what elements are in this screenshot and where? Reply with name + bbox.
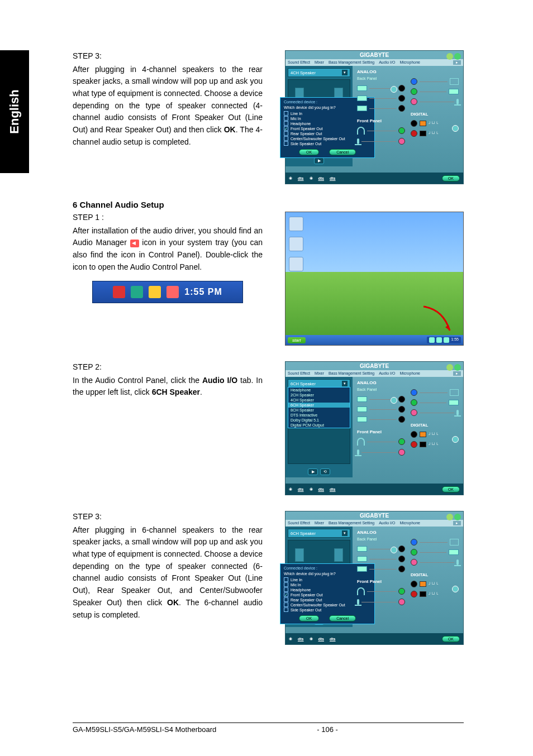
opt-dolby[interactable]: Dolby Digital 5.1: [288, 418, 350, 423]
tray-icon[interactable]: [113, 286, 125, 298]
gear-icon[interactable]: [391, 397, 397, 404]
analog-label: ANALOG: [357, 530, 405, 535]
tab-microphone[interactable]: Microphone: [399, 371, 420, 376]
audio-panel-dropdown-open: GIGABYTE Sound Effect Mixer Bass Managem…: [285, 361, 464, 495]
section-6ch-step2: STEP 2: In the Audio Control Panel, clic…: [73, 361, 464, 495]
opt-pcm[interactable]: Digital PCM Output: [288, 423, 350, 428]
tab-audio-io[interactable]: Audio I/O: [379, 371, 395, 376]
playback-controls: ▶: [288, 157, 350, 164]
opt-6ch[interactable]: 6CH Speaker: [288, 403, 350, 408]
tray-icon[interactable]: [444, 337, 449, 343]
gear-icon[interactable]: [452, 586, 459, 592]
start-button[interactable]: start: [288, 337, 306, 343]
mic-icon: [357, 449, 359, 455]
gear-icon[interactable]: [391, 547, 397, 553]
gear-icon[interactable]: [391, 86, 397, 93]
step-label: STEP 1 :: [73, 212, 263, 224]
help-icon[interactable]: [454, 514, 461, 520]
play-icon[interactable]: ▶: [314, 157, 324, 164]
speaker-mode-dropdown[interactable]: 4CH Speaker ▾: [288, 68, 350, 77]
panel-ok-button[interactable]: OK: [442, 486, 460, 492]
dts-logo: dts: [330, 487, 336, 491]
systray-closeup: 1:55 PM: [92, 281, 243, 303]
dialog-cancel-button[interactable]: Cancel: [329, 615, 356, 621]
opt-headphone[interactable]: Headphone: [288, 387, 350, 393]
dialog-ok-button[interactable]: OK: [299, 615, 319, 621]
text: After plugging in 6-channel speakers to …: [73, 525, 263, 607]
tab-bass[interactable]: Bass Management Setting: [329, 521, 374, 525]
step2b-body: In the Audio Control Panel, click the Au…: [73, 375, 263, 399]
headphone-icon: [357, 127, 365, 135]
section-6ch-step1: STEP 1 : After installation of the audio…: [73, 212, 464, 346]
help-icon[interactable]: [454, 364, 461, 371]
minimize-icon[interactable]: [446, 514, 453, 520]
tab-microphone[interactable]: Microphone: [399, 521, 420, 525]
panel-title: GIGABYTE: [285, 362, 463, 370]
opt-4ch[interactable]: 4CH Speaker: [288, 398, 350, 403]
dialog-ok-button[interactable]: OK: [299, 149, 319, 155]
dialog-cancel-button[interactable]: Cancel: [329, 149, 356, 155]
minimize-icon[interactable]: [446, 364, 453, 371]
chevron-down-icon: ▾: [342, 530, 348, 536]
desktop-screenshot: start 1:55: [285, 212, 464, 346]
digital-label: DIGITAL: [411, 423, 459, 428]
tab-bass[interactable]: Bass Management Setting: [329, 371, 374, 376]
dropdown-value: 6CH Speaker: [291, 381, 316, 386]
tab-mixer[interactable]: Mixer: [315, 521, 324, 525]
tab-sound-effect[interactable]: Sound Effect: [288, 60, 310, 65]
desktop-icon[interactable]: [289, 217, 303, 231]
tabs-scroll-icon[interactable]: ▸: [453, 60, 461, 65]
opt-2ch[interactable]: 2CH Speaker: [288, 393, 350, 398]
gear-icon[interactable]: [452, 436, 459, 443]
frontpanel-label: Front Panel: [357, 118, 405, 123]
opt-8ch[interactable]: 8CH Speaker: [288, 408, 350, 413]
dts-logo: dts: [298, 637, 304, 641]
play-icon[interactable]: ▶: [308, 468, 318, 475]
tab-bass[interactable]: Bass Management Setting: [329, 60, 374, 65]
dolby-icon: [420, 432, 426, 437]
tab-mixer[interactable]: Mixer: [315, 371, 324, 376]
mic-icon: [357, 138, 359, 144]
tray-icon[interactable]: [131, 286, 143, 298]
opt-dts[interactable]: DTS Interactive: [288, 413, 350, 418]
tab-microphone[interactable]: Microphone: [399, 60, 420, 65]
headphone-icon: [357, 587, 365, 595]
mic-icon: [357, 599, 359, 605]
desktop-icon[interactable]: [289, 237, 303, 251]
tab-mixer[interactable]: Mixer: [315, 60, 324, 65]
section-heading-6ch: 6 Channel Audio Setup: [73, 200, 464, 209]
tab-sound-effect[interactable]: Sound Effect: [288, 521, 310, 525]
tabs-scroll-icon[interactable]: ▸: [453, 521, 461, 525]
ok-text: OK: [224, 125, 236, 134]
analog-label: ANALOG: [357, 69, 405, 74]
bold-text: 6CH Speaker: [152, 387, 200, 396]
swap-icon[interactable]: ⟲: [320, 468, 330, 475]
speaker-mode-dropdown[interactable]: 6CH Speaker ▾: [288, 529, 350, 538]
tabs-scroll-icon[interactable]: ▸: [453, 371, 461, 376]
mic-icon: [456, 99, 459, 104]
desktop-icon[interactable]: [289, 257, 303, 271]
footer-page-number: - 106 -: [317, 725, 338, 734]
text: After plugging in 4-channel speakers to …: [73, 65, 263, 134]
tab-audio-io[interactable]: Audio I/O: [379, 60, 395, 65]
help-icon[interactable]: [454, 53, 461, 60]
tab-audio-io[interactable]: Audio I/O: [379, 521, 395, 525]
audio-manager-tray-icon[interactable]: [166, 286, 179, 298]
panel-ok-button[interactable]: OK: [442, 636, 460, 642]
tab-sound-effect[interactable]: Sound Effect: [288, 371, 310, 376]
language-tab: English: [0, 50, 29, 173]
tray-icon[interactable]: [436, 337, 442, 343]
step1b-body: After installation of the audio driver, …: [73, 225, 263, 274]
tray-icon[interactable]: [429, 337, 435, 343]
chevron-down-icon: ▾: [342, 381, 348, 386]
tray-icon[interactable]: [149, 286, 161, 298]
panel-ok-button[interactable]: OK: [442, 175, 460, 181]
taskbar: start 1:55: [285, 335, 463, 345]
gear-icon[interactable]: [452, 125, 459, 132]
backpanel-label: Back Panel: [357, 387, 405, 391]
text: In the Audio Control Panel, click the: [73, 376, 202, 385]
step3b-body: After plugging in 6-channel speakers to …: [73, 524, 263, 621]
minimize-icon[interactable]: [446, 53, 453, 60]
chevron-down-icon: ▾: [342, 70, 348, 75]
dolby-icon: [420, 121, 426, 126]
